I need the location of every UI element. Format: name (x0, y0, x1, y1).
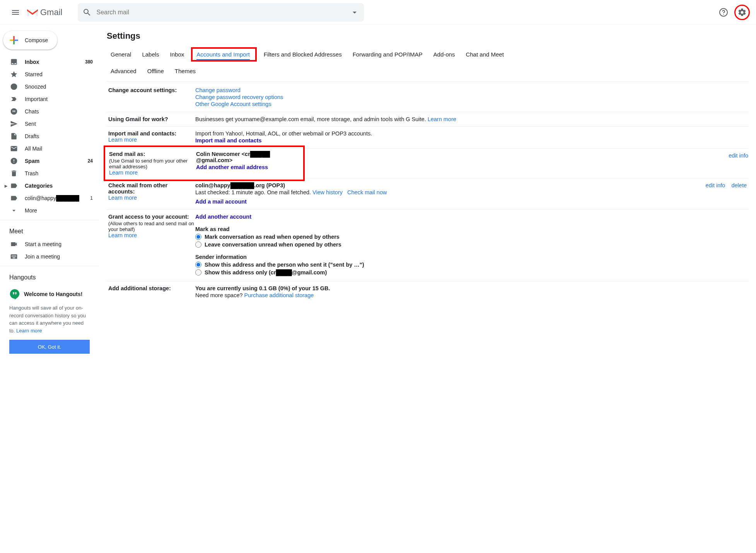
purchase-storage[interactable]: Purchase additional storage (244, 292, 314, 298)
sidebar-more[interactable]: More (0, 204, 99, 217)
settings-button[interactable] (734, 5, 750, 20)
plus-icon (8, 34, 20, 46)
view-history[interactable]: View history (312, 189, 343, 195)
help-icon (719, 8, 728, 17)
tab-chat-and-meet[interactable]: Chat and Meet (462, 49, 507, 62)
row-check-mail: Check mail from other accounts: Learn mo… (107, 178, 748, 210)
svg-point-3 (723, 14, 724, 15)
app-header: Gmail (0, 0, 756, 25)
inbox-icon (10, 58, 18, 66)
change-recovery-link[interactable]: Change password recovery options (195, 94, 283, 100)
tab-advanced[interactable]: Advanced (107, 65, 140, 78)
search-icon (82, 8, 92, 17)
import-mail-action[interactable]: Import mail and contacts (195, 137, 262, 144)
checkmail-edit-info[interactable]: edit info (706, 182, 725, 188)
allmail-icon (10, 145, 18, 152)
hamburger-icon (11, 8, 20, 17)
svg-point-4 (11, 108, 17, 115)
settings-tabs: GeneralLabelsInboxAccounts and ImportFil… (107, 47, 748, 82)
other-account-settings-link[interactable]: Other Google Account settings (195, 101, 271, 107)
meet-heading: Meet (0, 223, 99, 238)
join-meeting[interactable]: Join a meeting (0, 250, 99, 263)
row-change-account: Change account settings: Change password… (107, 83, 748, 112)
sidebar-item-drafts[interactable]: Drafts (0, 130, 99, 142)
sidebar-custom-label[interactable]: colin@happy██████ 1 (0, 192, 99, 204)
sendas-edit-info[interactable]: edit info (729, 152, 748, 159)
compose-label: Compose (25, 37, 48, 43)
drafts-icon (10, 132, 18, 140)
tab-add-ons[interactable]: Add-ons (430, 49, 459, 62)
tab-filters-and-blocked-addresses[interactable]: Filters and Blocked Addresses (260, 49, 346, 62)
video-icon (10, 240, 18, 248)
change-password-link[interactable]: Change password (195, 87, 241, 93)
row-gmail-work: Using Gmail for work? Businesses get you… (107, 112, 748, 127)
search-box[interactable] (78, 3, 364, 22)
show-address-only-radio[interactable] (195, 269, 201, 276)
chevron-down-icon (10, 207, 18, 214)
send-as-identity: Colin Newcomer <cr█████@gmail.com> (196, 151, 299, 163)
main-menu-button[interactable] (6, 3, 25, 22)
sidebar: Compose Inbox380StarredSnoozedImportantC… (0, 25, 99, 358)
mark-read-radio[interactable] (195, 234, 201, 240)
import-learn-more[interactable]: Learn more (108, 137, 137, 143)
gmail-logo-text: Gmail (40, 7, 62, 17)
sidebar-item-spam[interactable]: Spam24 (0, 155, 99, 167)
hangouts-learn-more[interactable]: Learn more (16, 328, 42, 334)
hangouts-welcome-card: Welcome to Hangouts! Hangouts will save … (9, 289, 90, 354)
support-button[interactable] (716, 5, 731, 20)
hangouts-icon (9, 289, 20, 300)
row-storage: Add additional storage: You are currentl… (107, 281, 748, 303)
checkmail-learn-more[interactable]: Learn more (108, 195, 137, 201)
checkmail-delete[interactable]: delete (731, 182, 747, 188)
add-another-account[interactable]: Add another account (195, 214, 251, 220)
page-title: Settings (107, 31, 748, 41)
check-mail-account: colin@happy██████.org (POP3) (195, 182, 693, 188)
leave-unread-radio[interactable] (195, 241, 201, 248)
show-sentby-radio[interactable] (195, 262, 201, 268)
chats-icon (10, 108, 18, 115)
tab-offline[interactable]: Offline (143, 65, 168, 78)
sidebar-item-snoozed[interactable]: Snoozed (0, 80, 99, 93)
row-send-mail-as: Send mail as: (Use Gmail to send from yo… (107, 149, 748, 178)
trash-icon (10, 169, 18, 177)
tab-inbox[interactable]: Inbox (166, 49, 188, 62)
grant-learn-more[interactable]: Learn more (108, 232, 137, 238)
sendas-learn-more[interactable]: Learn more (109, 169, 138, 176)
search-input[interactable] (96, 9, 350, 16)
keyboard-icon (10, 253, 18, 260)
sidebar-item-starred[interactable]: Starred (0, 68, 99, 80)
label-icon (10, 182, 18, 190)
hangouts-welcome-body: Hangouts will save all of your on-record… (9, 304, 90, 334)
check-mail-now[interactable]: Check mail now (347, 189, 387, 195)
hangouts-heading: Hangouts (0, 269, 99, 284)
main-content: Settings GeneralLabelsInboxAccounts and … (99, 25, 756, 358)
compose-button[interactable]: Compose (3, 31, 57, 50)
important-icon (10, 95, 18, 103)
sidebar-categories[interactable]: ▸ Categories (0, 180, 99, 192)
label-icon (10, 194, 18, 202)
sidebar-item-sent[interactable]: Sent (0, 118, 99, 130)
sidebar-item-inbox[interactable]: Inbox380 (0, 56, 99, 68)
gsuite-learn-more[interactable]: Learn more (428, 116, 456, 122)
tab-themes[interactable]: Themes (171, 65, 200, 78)
gmail-logo[interactable]: Gmail (26, 7, 62, 17)
row-grant-access: Grant access to your account: (Allow oth… (107, 210, 748, 281)
tab-accounts-and-import[interactable]: Accounts and Import (191, 47, 257, 62)
sidebar-item-important[interactable]: Important (0, 93, 99, 105)
sent-icon (10, 120, 18, 128)
sidebar-item-chats[interactable]: Chats (0, 105, 99, 118)
tab-general[interactable]: General (107, 49, 135, 62)
add-mail-account[interactable]: Add a mail account (195, 199, 247, 205)
add-email-address[interactable]: Add another email address (196, 164, 268, 170)
tab-forwarding-and-pop-imap[interactable]: Forwarding and POP/IMAP (349, 49, 427, 62)
dropdown-icon[interactable] (350, 8, 359, 17)
spam-icon (10, 157, 18, 165)
hangouts-welcome-title: Welcome to Hangouts! (24, 291, 82, 297)
hangouts-ok-button[interactable]: OK, Got it. (9, 340, 90, 354)
clock-icon (10, 83, 18, 91)
sidebar-item-trash[interactable]: Trash (0, 167, 99, 180)
start-meeting[interactable]: Start a meeting (0, 238, 99, 250)
tab-labels[interactable]: Labels (138, 49, 163, 62)
sidebar-item-all-mail[interactable]: All Mail (0, 142, 99, 155)
gmail-logo-icon (26, 8, 39, 17)
